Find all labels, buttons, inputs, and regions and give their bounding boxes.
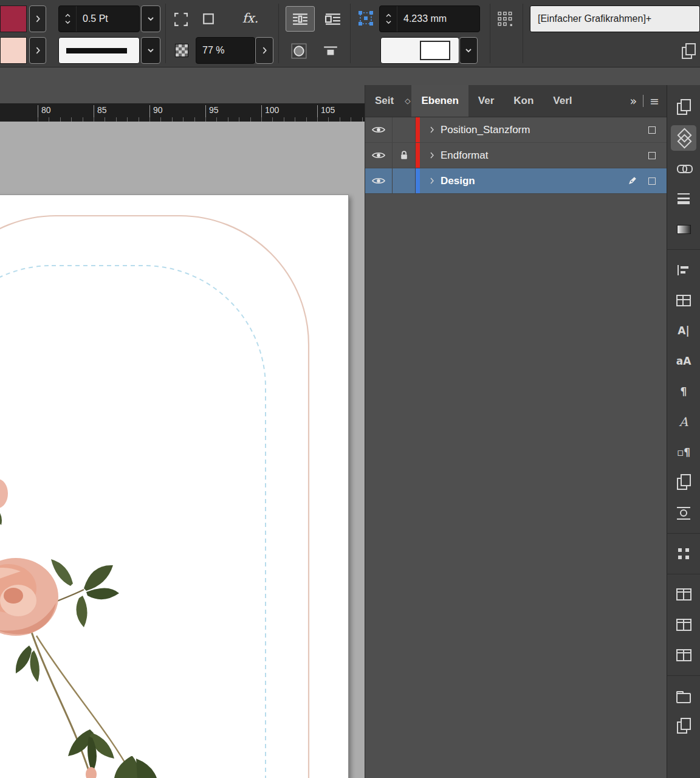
document-page[interactable]	[0, 194, 349, 778]
layer-lock-toggle[interactable]	[393, 143, 416, 168]
table-panel-icon[interactable]	[671, 582, 696, 607]
character-styles-panel-icon[interactable]: A	[671, 409, 696, 435]
opacity-checker-button[interactable]	[174, 43, 190, 58]
stroke-color-expand-button[interactable]	[29, 5, 46, 32]
cc-libraries-icon	[676, 693, 691, 703]
anchored-object-button[interactable]	[496, 10, 515, 29]
ruler[interactable]: 80859095100105	[0, 103, 365, 122]
chevron-right-icon	[262, 46, 267, 55]
opacity-field[interactable]: 77 %	[196, 37, 255, 64]
panel-menu-button[interactable]: ≡	[650, 94, 659, 108]
offset-stepper[interactable]	[380, 6, 397, 32]
paragraph-styles-panel-icon[interactable]: ▫¶	[671, 439, 696, 465]
text-wrap-panel-icon[interactable]	[671, 500, 696, 526]
chevron-down-icon	[147, 16, 154, 21]
table-styles-panel-icon[interactable]	[671, 642, 696, 668]
opacity-expand-button[interactable]	[255, 37, 273, 64]
drop-shadow-icon	[291, 43, 307, 59]
table-styles-icon	[676, 649, 691, 661]
clear-overrides-button[interactable]	[679, 43, 698, 61]
fill-color-swatch[interactable]	[0, 37, 27, 64]
corner-options-button[interactable]	[173, 11, 190, 28]
gradient-panel-icon[interactable]	[671, 216, 696, 242]
layer-row[interactable]: Endformat	[365, 143, 667, 168]
frame-fitting-button[interactable]	[320, 40, 341, 62]
layer-selection-square[interactable]	[648, 177, 656, 185]
layer-lock-toggle[interactable]	[393, 168, 416, 193]
layer-name[interactable]: Design	[441, 175, 475, 187]
fill-color-expand-button[interactable]	[29, 37, 46, 64]
layer-rows: Position_StanzformEndformatDesign	[365, 117, 667, 194]
layers-panel-icon[interactable]	[671, 125, 696, 151]
layer-name[interactable]: Endformat	[441, 150, 488, 162]
preview-dropdown[interactable]	[459, 37, 478, 64]
text-wrap-off-button[interactable]	[286, 6, 315, 32]
layer-color-bar	[416, 117, 420, 142]
panel-overflow-button[interactable]: »	[630, 94, 637, 108]
ruler-tick-label: 80	[38, 105, 51, 120]
preview-swatch	[420, 41, 450, 60]
layer-row[interactable]: Design	[365, 168, 667, 194]
layer-visibility-toggle[interactable]	[365, 168, 393, 193]
stroke-style-dropdown[interactable]	[141, 37, 160, 64]
offset-field[interactable]: 4.233 mm	[379, 5, 480, 32]
object-style-field[interactable]: [Einfacher Grafikrahmen]+	[530, 5, 700, 32]
dock-divider	[667, 574, 700, 574]
text-wrap-around-icon	[292, 13, 308, 25]
tab-verl[interactable]: Verl	[543, 85, 582, 117]
stroke-color-swatch[interactable]	[0, 5, 27, 32]
layer-row[interactable]: Position_Stanzform	[365, 117, 667, 143]
preview-field[interactable]	[380, 37, 459, 64]
pages-panel-icon[interactable]	[671, 95, 696, 120]
layer-color-bar	[416, 143, 420, 168]
chevron-down-icon	[385, 20, 392, 24]
layer-lock-toggle[interactable]	[393, 117, 416, 142]
links-icon	[677, 165, 691, 172]
effects-panel-icon[interactable]	[671, 541, 696, 566]
pasteboard[interactable]	[0, 122, 365, 778]
stroke-weight-stepper[interactable]	[59, 6, 77, 32]
panel-tab-bar: Seit◇EbenenVerKonVerl » ≡	[365, 85, 667, 117]
layer-expander[interactable]	[430, 151, 434, 159]
layer-expander[interactable]	[430, 177, 434, 185]
layer-expander[interactable]	[430, 126, 434, 134]
cell-styles-panel-icon[interactable]	[671, 612, 696, 638]
hidden-panel-icon[interactable]	[671, 714, 696, 739]
stroke-style-field[interactable]	[58, 37, 140, 64]
swatches-panel-icon[interactable]	[671, 287, 696, 313]
align-panel-icon[interactable]	[671, 257, 696, 283]
tab-seit[interactable]: Seit	[365, 85, 403, 117]
effects-fx-button[interactable]: fx.	[238, 9, 262, 28]
tab-ver[interactable]: Ver	[468, 85, 504, 117]
tab-ebenen[interactable]: Ebenen	[411, 85, 468, 117]
transparency-checker-icon	[175, 44, 188, 57]
character-styles-icon: A	[679, 415, 688, 429]
layer-visibility-toggle[interactable]	[365, 143, 393, 168]
paragraph-panel-icon[interactable]: ¶	[671, 379, 696, 404]
layer-selection-square[interactable]	[648, 152, 656, 159]
character-panel-icon[interactable]: A|	[671, 318, 696, 343]
drop-shadow-button[interactable]	[288, 40, 310, 62]
stroke-panel-icon[interactable]	[671, 186, 696, 212]
chevron-right-icon	[35, 15, 41, 23]
ruler-tick-label: 90	[149, 105, 163, 120]
layer-selection-square[interactable]	[648, 126, 656, 134]
stroke-weight-dropdown[interactable]	[141, 5, 160, 32]
layer-name[interactable]: Position_Stanzform	[441, 124, 530, 136]
glyphs-panel-icon[interactable]: aA	[671, 348, 696, 374]
layer-visibility-toggle[interactable]	[365, 117, 393, 142]
text-wrap-side-icon	[325, 13, 341, 25]
reference-point-button[interactable]	[356, 9, 376, 28]
offset-value: 4.233 mm	[397, 13, 447, 24]
links-panel-icon[interactable]	[671, 156, 696, 181]
tab-kon[interactable]: Kon	[504, 85, 543, 117]
tab-scroll-icon[interactable]: ◇	[403, 85, 411, 117]
active-layer-pen-icon	[627, 176, 637, 186]
cc-libraries-panel-icon[interactable]	[671, 683, 696, 709]
object-styles-panel-icon[interactable]	[671, 470, 696, 495]
text-wrap-object-button[interactable]	[318, 6, 348, 32]
frame-button[interactable]	[201, 11, 216, 27]
tab-label: Seit	[375, 95, 394, 107]
ruler-tick-label: 100	[261, 105, 279, 120]
stroke-weight-field[interactable]: 0.5 Pt	[58, 5, 140, 32]
